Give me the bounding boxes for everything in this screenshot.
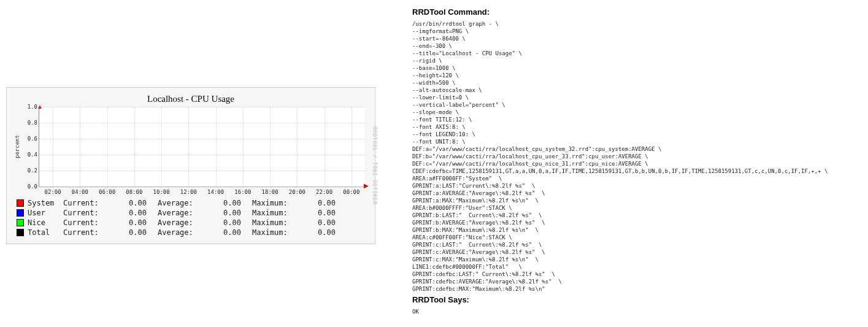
y-tick: 0.0 <box>21 183 37 190</box>
stat-value: 0.00 <box>111 218 147 228</box>
rrdtool-command-heading: RRDTool Command: <box>412 7 854 17</box>
legend-row: TotalCurrent:0.00Average:0.00Maximum:0.0… <box>17 228 369 237</box>
legend-swatch <box>17 219 24 226</box>
x-tick: 20:00 <box>289 189 305 195</box>
stat-value: 0.00 <box>205 208 241 218</box>
x-tick: 16:00 <box>234 189 251 195</box>
legend-label: System <box>28 198 63 208</box>
stat-value: 0.00 <box>300 198 336 208</box>
legend-swatch <box>17 209 24 217</box>
x-tick: 10:00 <box>153 189 170 195</box>
stat-value: 0.00 <box>111 208 147 218</box>
y-tick: 0.6 <box>21 136 37 142</box>
stat-label: Average: <box>158 198 205 208</box>
legend-swatch <box>17 199 24 207</box>
stat-value: 0.00 <box>300 228 336 237</box>
stat-label: Maximum: <box>252 228 300 237</box>
chart-title: Localhost - CPU Usage <box>13 94 369 104</box>
legend-row: NiceCurrent:0.00Average:0.00Maximum:0.00 <box>17 218 369 228</box>
y-tick: 0.2 <box>21 167 37 174</box>
rrdtool-says-text: OK <box>412 308 854 315</box>
y-tick: 1.0 <box>21 104 37 110</box>
stat-value: 0.00 <box>111 228 147 237</box>
stat-label: Current: <box>63 228 111 237</box>
stat-value: 0.00 <box>300 218 336 228</box>
right-column: RRDTool Command: /usr/bin/rrdtool graph … <box>412 5 854 315</box>
legend-label: Nice <box>28 218 63 228</box>
stat-label: Average: <box>158 228 205 237</box>
rrdtool-says-heading: RRDTool Says: <box>412 295 854 304</box>
stat-value: 0.00 <box>205 228 241 237</box>
stat-value: 0.00 <box>300 208 336 218</box>
stat-label: Average: <box>158 208 205 218</box>
chart-legend: SystemCurrent:0.00Average:0.00Maximum:0.… <box>17 198 369 237</box>
rrd-graph: Localhost - CPU Usage percent 0.00.20.40… <box>6 87 375 244</box>
legend-row: SystemCurrent:0.00Average:0.00Maximum:0.… <box>17 198 369 208</box>
legend-row: UserCurrent:0.00Average:0.00Maximum:0.00 <box>17 208 369 218</box>
stat-value: 0.00 <box>205 218 241 228</box>
stat-label: Maximum: <box>252 208 300 218</box>
x-tick: 00:00 <box>343 189 359 195</box>
x-tick: 06:00 <box>99 189 115 195</box>
y-tick: 0.8 <box>21 120 37 126</box>
stat-label: Maximum: <box>252 198 300 208</box>
stat-value: 0.00 <box>205 198 241 208</box>
legend-label: Total <box>28 228 63 237</box>
stat-value: 0.00 <box>111 198 147 208</box>
stat-label: Current: <box>63 198 111 208</box>
watermark: RRDTOOL / TOBI OETIKER <box>372 94 377 237</box>
plot-area: ▲ ▶ 02:0004:0006:0008:0010:0012:0014:001… <box>39 107 365 187</box>
y-tick: 0.4 <box>21 152 37 158</box>
y-axis-label: percent <box>13 107 21 187</box>
x-arrow-icon: ▶ <box>364 182 369 189</box>
legend-swatch <box>17 229 24 236</box>
stat-label: Current: <box>63 208 111 218</box>
legend-label: User <box>28 208 63 218</box>
x-tick: 14:00 <box>207 189 224 195</box>
x-tick: 12:00 <box>180 189 197 195</box>
x-tick: 02:00 <box>45 189 61 195</box>
rrdtool-command-text: /usr/bin/rrdtool graph - \ --imgformat=P… <box>412 20 854 293</box>
stat-label: Maximum: <box>252 218 300 228</box>
stat-label: Average: <box>158 218 205 228</box>
x-tick: 18:00 <box>262 189 278 195</box>
stat-label: Current: <box>63 218 111 228</box>
x-tick: 08:00 <box>126 189 142 195</box>
x-tick: 04:00 <box>72 189 88 195</box>
x-tick: 22:00 <box>316 189 332 195</box>
